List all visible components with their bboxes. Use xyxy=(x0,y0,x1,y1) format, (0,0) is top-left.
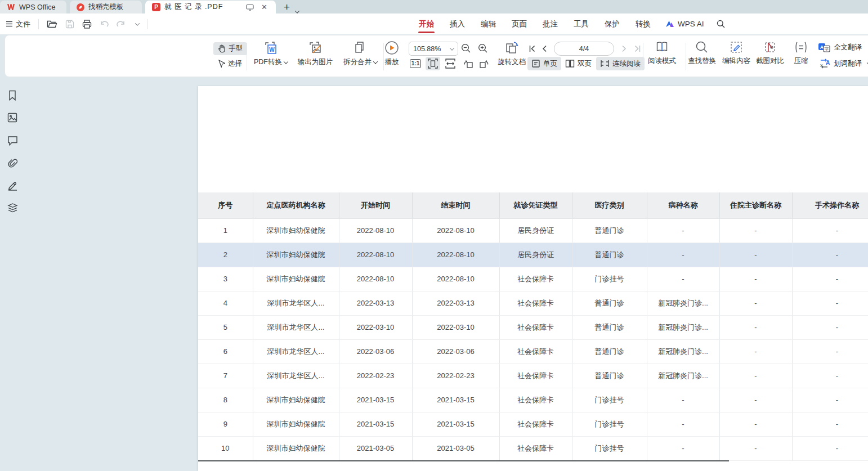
table-cell: 2021-03-15 xyxy=(412,388,499,412)
edit-content-button[interactable]: 编辑内容 xyxy=(721,41,752,66)
menu-tab-tools[interactable]: 工具 xyxy=(566,14,597,34)
fit-page-button[interactable] xyxy=(426,57,440,70)
print-icon[interactable] xyxy=(82,20,92,29)
next-page-button[interactable] xyxy=(619,42,630,56)
attachment-icon[interactable] xyxy=(7,158,18,168)
first-page-button[interactable] xyxy=(526,42,538,56)
rotate-left-button[interactable] xyxy=(461,57,476,70)
hand-tool-button[interactable]: 手型 xyxy=(213,42,247,55)
table-cell: - xyxy=(719,315,792,339)
svg-text:A: A xyxy=(826,60,830,66)
full-text-translate-button[interactable]: A 字 全文翻译 xyxy=(818,42,862,52)
table-cell: 新冠肺炎门诊... xyxy=(647,339,719,364)
find-replace-button[interactable]: 查找替换 xyxy=(686,41,718,66)
redo-icon[interactable] xyxy=(117,20,126,28)
quick-access-toolbar: 文件 xyxy=(0,19,147,29)
table-row: 1深圳市妇幼保健院2022-08-102022-08-10居民身份证普通门诊--… xyxy=(198,218,868,243)
tab-label: WPS Office xyxy=(19,3,55,11)
close-tab-icon[interactable]: ✕ xyxy=(259,3,269,11)
page-indicator-input[interactable]: 4/4 xyxy=(554,42,614,56)
reading-mode-icon xyxy=(655,41,669,54)
last-page-button[interactable] xyxy=(632,42,643,56)
reading-mode-button[interactable]: 阅读模式 xyxy=(646,41,678,66)
play-button[interactable]: 播放 xyxy=(381,41,402,67)
bookmark-icon[interactable] xyxy=(7,90,17,101)
table-cell: 新冠肺炎门诊... xyxy=(647,291,719,315)
thumbnail-icon[interactable] xyxy=(7,113,17,123)
menu-tab-insert[interactable]: 插入 xyxy=(442,14,473,34)
table-cell: 普通门诊 xyxy=(572,218,647,243)
menu-tab-protect[interactable]: 保护 xyxy=(597,14,628,34)
play-icon xyxy=(384,41,399,55)
divider xyxy=(643,43,643,70)
table-cell: 3 xyxy=(198,267,253,291)
table-cell: - xyxy=(719,436,792,460)
table-cell: 居民身份证 xyxy=(499,243,572,267)
rotate-right-button[interactable] xyxy=(477,57,491,70)
new-tab-button[interactable]: + xyxy=(284,1,290,14)
column-header: 序号 xyxy=(198,192,253,218)
select-tool-button[interactable]: 选择 xyxy=(213,57,247,70)
table-cell: 普通门诊 xyxy=(572,315,647,339)
export-image-button[interactable]: 输出为图片 xyxy=(293,41,337,67)
zoom-level-select[interactable]: 105.88% xyxy=(409,42,458,56)
open-file-icon[interactable] xyxy=(47,20,57,28)
hand-tool-label: 手型 xyxy=(229,44,243,53)
present-on-monitor-icon[interactable] xyxy=(244,4,256,11)
comment-icon[interactable] xyxy=(7,136,18,146)
previous-page-button[interactable] xyxy=(539,42,550,56)
table-cell: - xyxy=(719,243,792,267)
save-icon[interactable] xyxy=(65,20,74,29)
menu-search-icon[interactable] xyxy=(711,20,731,28)
full-text-translate-icon: A 字 xyxy=(818,42,830,52)
undo-icon[interactable] xyxy=(100,20,109,28)
table-cell: 9 xyxy=(198,412,253,436)
tab-docer-templates[interactable]: 找稻壳模板 xyxy=(70,1,142,14)
signature-icon[interactable] xyxy=(7,180,18,191)
fit-width-button[interactable] xyxy=(443,57,458,70)
quick-access-chevron-down-icon[interactable] xyxy=(135,21,140,25)
tab-document-pdf[interactable]: P 就 医 记 录 .PDF ✕ xyxy=(145,1,276,14)
edit-content-label: 编辑内容 xyxy=(722,56,750,66)
split-merge-button[interactable]: 拆分合并 xyxy=(340,41,381,67)
continuous-reading-button[interactable]: 连续阅读 xyxy=(596,57,645,70)
table-cell: 10 xyxy=(198,436,253,460)
pdf-convert-button[interactable]: W PDF转换 xyxy=(251,41,290,67)
find-replace-label: 查找替换 xyxy=(688,56,716,66)
menu-tab-comment[interactable]: 批注 xyxy=(535,14,566,34)
play-label: 播放 xyxy=(385,57,399,67)
double-page-icon xyxy=(565,59,575,68)
split-merge-label: 拆分合并 xyxy=(343,57,372,67)
tab-list-chevron-down-icon[interactable] xyxy=(295,8,299,13)
table-cell: - xyxy=(719,364,792,388)
column-header: 就诊凭证类型 xyxy=(499,192,572,218)
ribbon-toolbar: 手型 选择 W PDF转换 输出为图片 拆分合并 播 xyxy=(5,35,868,77)
export-image-icon xyxy=(308,41,323,55)
file-menu-button[interactable]: 文件 xyxy=(6,19,30,29)
divider xyxy=(147,19,147,29)
menu-tab-page[interactable]: 页面 xyxy=(504,14,535,34)
tab-wps-office[interactable]: WPS Office xyxy=(0,1,66,14)
layers-icon[interactable] xyxy=(7,203,18,213)
menu-tab-convert[interactable]: 转换 xyxy=(628,14,659,34)
zoom-in-button[interactable] xyxy=(476,42,490,55)
menu-tab-home[interactable]: 开始 xyxy=(411,14,442,34)
table-cell: 2021-03-15 xyxy=(339,412,412,436)
export-image-label: 输出为图片 xyxy=(298,57,333,67)
menu-tab-wps-ai[interactable]: WPS AI xyxy=(659,20,711,28)
screenshot-compare-button[interactable]: 截图对比 xyxy=(754,41,786,66)
word-translate-button[interactable]: x A 划词翻译 xyxy=(818,59,868,69)
table-cell: 2021-03-05 xyxy=(412,436,499,460)
compress-button[interactable]: 压缩 xyxy=(790,41,812,66)
hamburger-icon xyxy=(6,21,13,27)
divider xyxy=(38,19,39,29)
table-cell: 社会保障卡 xyxy=(499,364,572,388)
actual-size-button[interactable]: 1:1 xyxy=(408,57,423,70)
menu-tab-edit[interactable]: 编辑 xyxy=(473,14,504,34)
table-cell: 社会保障卡 xyxy=(499,339,572,364)
single-page-button[interactable]: 单页 xyxy=(527,57,561,70)
table-cell: - xyxy=(647,267,719,291)
table-cell: - xyxy=(792,364,868,388)
zoom-out-button[interactable] xyxy=(459,42,473,55)
cursor-icon xyxy=(218,60,225,68)
